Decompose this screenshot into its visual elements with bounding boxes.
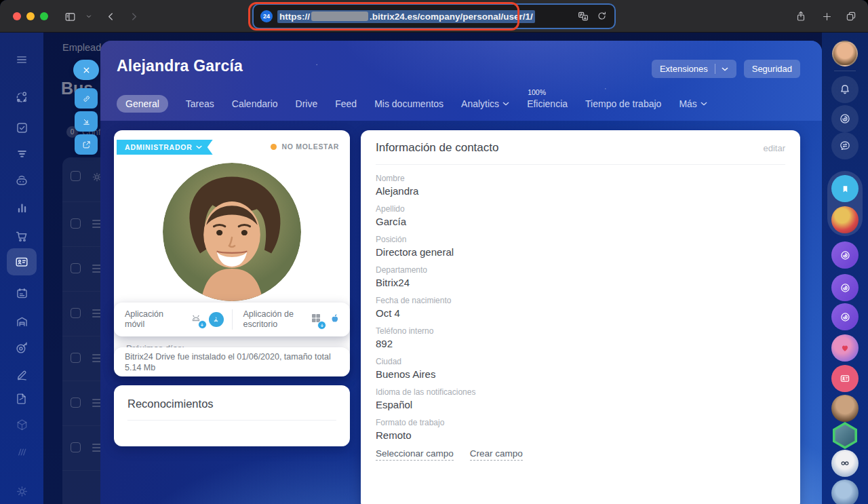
- contact-card-title: Información de contacto: [376, 141, 498, 155]
- edit-link[interactable]: editar: [763, 143, 785, 153]
- blurred-domain: [311, 12, 368, 21]
- profile-photo[interactable]: [163, 163, 301, 301]
- minimize-window-button[interactable]: [26, 12, 35, 20]
- close-window-button[interactable]: [13, 12, 21, 20]
- messenger-icon[interactable]: [831, 132, 859, 159]
- field-posicion: PosiciónDirectora general: [376, 235, 785, 258]
- desktop-app-section: Aplicación de escritorio: [232, 309, 351, 330]
- automation-waves-icon[interactable]: [7, 438, 37, 465]
- tab-mis-documentos[interactable]: Mis documentos: [374, 98, 443, 109]
- settings-gear-icon[interactable]: [7, 478, 37, 504]
- copilot-purple-icon[interactable]: [831, 241, 859, 269]
- profile-header: Alejandra García Extensiones Seguridad G…: [100, 41, 822, 121]
- field-idioma-notificaciones: Idioma de las notificacionesEspañol: [376, 387, 785, 410]
- tab-calendario[interactable]: Calendario: [232, 98, 278, 109]
- woman-avatar[interactable]: [831, 395, 859, 422]
- contact-info-card: Información de contacto editar NombreAle…: [361, 130, 800, 504]
- do-not-disturb-status[interactable]: NO MOLESTAR: [271, 142, 339, 151]
- documents-icon[interactable]: [7, 385, 37, 412]
- copilot-icon[interactable]: [831, 105, 859, 132]
- android-icon[interactable]: [189, 313, 203, 326]
- sidebar-chevron-icon[interactable]: [80, 8, 98, 24]
- tab-feed[interactable]: Feed: [335, 98, 357, 109]
- tab-overview-icon[interactable]: [842, 8, 860, 24]
- recognitions-card: Reconocimientos: [114, 385, 350, 446]
- copilot-robot-icon[interactable]: [7, 167, 37, 194]
- drive-info-text: Bitrix24 Drive fue instalado el 01/06/20…: [125, 351, 339, 373]
- tab-mas[interactable]: Más: [679, 98, 707, 109]
- field-ciudad: CiudadBuenos Aires: [376, 357, 785, 380]
- contact-fields: NombreAlejandra ApellidoGarcía PosiciónD…: [376, 165, 785, 441]
- back-button[interactable]: [102, 8, 119, 24]
- user-avatar[interactable]: [832, 41, 858, 66]
- page-title: Alejandra García: [117, 57, 243, 75]
- network-icon[interactable]: [7, 84, 37, 111]
- windows-icon[interactable]: [310, 312, 322, 327]
- tab-eficiencia[interactable]: 100%Eficiencia: [527, 98, 568, 109]
- sign-pen-icon[interactable]: [7, 360, 37, 387]
- download-badge: [198, 320, 207, 329]
- site-favicon: 24: [260, 10, 273, 22]
- new-tab-icon[interactable]: [818, 8, 835, 24]
- field-apellido: ApellidoGarcía: [376, 204, 785, 227]
- select-field-link[interactable]: Seleccionar campo: [376, 448, 454, 461]
- photo-avatar[interactable]: [831, 480, 859, 504]
- mobile-app-section: Aplicación móvil: [114, 309, 232, 330]
- close-panel-button[interactable]: [73, 60, 99, 80]
- copilot-purple-icon[interactable]: [831, 274, 859, 301]
- reload-icon[interactable]: [596, 10, 608, 22]
- copy-link-icon[interactable]: [75, 88, 98, 109]
- security-button[interactable]: Seguridad: [744, 60, 800, 78]
- drive-info-card: Bitrix24 Drive fue instalado el 01/06/20…: [114, 347, 350, 376]
- profile-card: ADMINISTRADOR NO MOLESTAR: [114, 130, 350, 375]
- apps-card: Aplicación móvil Aplicación de escritori…: [114, 303, 350, 336]
- expert-avatar[interactable]: [831, 206, 859, 233]
- field-formato-trabajo: Formato de trabajoRemoto: [376, 418, 785, 441]
- tab-general[interactable]: General: [117, 95, 168, 113]
- shop-cart-icon[interactable]: [7, 222, 37, 250]
- status-dot: [271, 144, 277, 150]
- cartoon-avatar[interactable]: [831, 334, 859, 362]
- share-icon[interactable]: [792, 8, 810, 24]
- analytics-chart-icon[interactable]: [7, 194, 37, 221]
- admin-role-badge[interactable]: ADMINISTRADOR: [117, 140, 213, 155]
- appstore-icon[interactable]: [209, 312, 224, 327]
- efficiency-badge: 100%: [528, 88, 546, 96]
- translate-icon[interactable]: [577, 10, 589, 22]
- bookmark-icon[interactable]: [831, 175, 859, 202]
- tab-analytics[interactable]: Analytics: [461, 98, 509, 109]
- warehouse-icon[interactable]: [7, 308, 37, 335]
- notifications-bell-icon[interactable]: [831, 76, 859, 103]
- menu-icon[interactable]: [7, 46, 37, 73]
- field-fecha-nacimiento: Fecha de nacimientoOct 4: [376, 296, 785, 319]
- collapse-icon[interactable]: [75, 111, 98, 132]
- button-divider: [715, 64, 715, 74]
- download-badge: [317, 321, 326, 330]
- right-sidebar: [822, 33, 868, 504]
- forward-button[interactable]: [125, 8, 142, 24]
- employees-card-icon[interactable]: [7, 248, 37, 275]
- tasks-check-icon[interactable]: [7, 114, 37, 141]
- field-nombre: NombreAlejandra: [376, 174, 785, 197]
- box-icon[interactable]: [7, 411, 37, 438]
- url-text: https://.bitrix24.es/company/personal/us…: [277, 10, 535, 23]
- tab-tareas[interactable]: Tareas: [186, 98, 214, 109]
- marketing-target-icon[interactable]: [7, 334, 37, 362]
- address-bar[interactable]: 24 https://.bitrix24.es/company/personal…: [252, 3, 616, 29]
- field-departamento: DepartamentoBitrix24: [376, 265, 785, 288]
- copilot-purple-icon[interactable]: [831, 303, 859, 330]
- contact-card-red-icon[interactable]: [831, 365, 859, 392]
- booking-calendar-icon[interactable]: [7, 279, 37, 307]
- field-telefono-interno: Teléfono interno892: [376, 326, 785, 349]
- cat-avatar[interactable]: [831, 450, 859, 477]
- apple-icon[interactable]: [328, 311, 342, 328]
- sidebar-toggle-icon[interactable]: [61, 8, 79, 24]
- open-new-window-icon[interactable]: [75, 134, 98, 155]
- extensions-button[interactable]: Extensiones: [652, 60, 736, 78]
- hexagon-avatar[interactable]: [831, 422, 859, 449]
- tab-drive[interactable]: Drive: [296, 98, 318, 109]
- tab-tiempo-de-trabajo[interactable]: Tiempo de trabajo: [585, 98, 661, 109]
- create-field-link[interactable]: Crear campo: [470, 448, 523, 461]
- crm-funnel-icon[interactable]: [7, 140, 37, 167]
- zoom-window-button[interactable]: [40, 12, 48, 20]
